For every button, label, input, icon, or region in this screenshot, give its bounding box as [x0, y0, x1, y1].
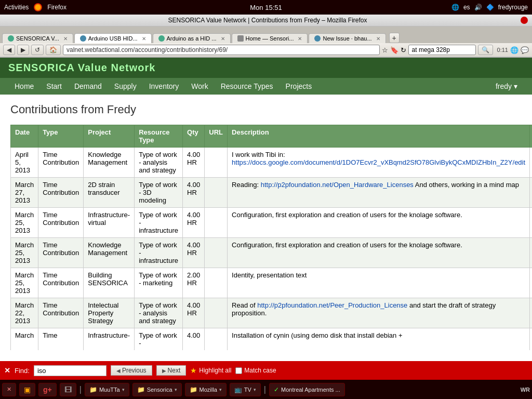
nav-item-work[interactable]: Work: [185, 78, 214, 95]
page-title: Contributions from Fredy: [10, 103, 522, 116]
tab-label-issue: New Issue · bhau...: [323, 35, 371, 42]
reload-button[interactable]: ↺: [31, 45, 44, 55]
main-content: Contributions from Fredy Date Type Proje…: [0, 95, 532, 350]
tab-arduino-hid[interactable]: Arduino USB HID... ✕: [74, 33, 152, 43]
table-row: March 27, 2013Time Contribution2D strain…: [11, 178, 533, 208]
back-button[interactable]: ◀: [3, 45, 15, 55]
addon-icon-2: 💬: [521, 46, 529, 54]
highlight-label: Highlight all: [199, 367, 231, 374]
nav-item-start[interactable]: Start: [40, 78, 68, 95]
taskbar-mozilla[interactable]: 📁 Mozilla ▾: [185, 383, 227, 396]
tab-close-issue[interactable]: ✕: [376, 36, 380, 42]
tab-label-arduino-hid: Arduino as a HID ...: [167, 35, 217, 42]
tab-favicon-arduino: [80, 35, 86, 42]
find-label: Find:: [15, 367, 30, 375]
refresh-icon: ↻: [401, 46, 406, 54]
taskbar-montreal-label: Montreal Apartments ...: [281, 387, 340, 393]
tab-favicon-issue: [314, 35, 321, 42]
tab-close-arduino-hid[interactable]: ✕: [221, 36, 225, 42]
taskbar: ✕ ▣ g+ 🎞 | 📁 MuuTTa ▾ 📁 Sensorica ▾ 📁 Mo…: [0, 380, 532, 399]
tab-favicon-home: [237, 35, 244, 42]
nav-item-demand[interactable]: Demand: [68, 78, 108, 95]
close-window-button[interactable]: [521, 17, 528, 24]
col-header-type: Type: [38, 125, 84, 148]
find-next-label: Next: [168, 367, 181, 374]
taskbar-tv[interactable]: 📺 TV ▾: [230, 383, 261, 396]
description-link[interactable]: http://p2pfoundation.net/Peer_Production…: [257, 301, 407, 309]
tab-label-sensorica: SENSORICA V...: [16, 35, 59, 42]
nav-item-inventory[interactable]: Inventory: [143, 78, 185, 95]
match-case-text: Match case: [244, 367, 276, 374]
description-link[interactable]: https://docs.google.com/document/d/1DO7E…: [232, 158, 525, 166]
os-bar-left: Activities Firefox: [4, 3, 66, 11]
highlight-all-button[interactable]: ★ Highlight all: [190, 366, 231, 375]
tab-bar: SENSORICA V... ✕ Arduino USB HID... ✕ Ar…: [0, 26, 532, 43]
url-bar[interactable]: [63, 45, 380, 55]
find-previous-label: Previous: [122, 367, 147, 374]
volume-icon: 🔊: [474, 4, 482, 11]
new-tab-button[interactable]: +: [389, 33, 400, 43]
tab-close-home[interactable]: ✕: [298, 36, 302, 42]
montreal-icon: ✓: [274, 386, 279, 393]
col-header-resource-type: Resource Type: [135, 125, 183, 148]
taskbar-sensorica[interactable]: 📁 Sensorica ▾: [132, 383, 182, 396]
match-case-label[interactable]: Match case: [235, 367, 276, 374]
taskbar-muutta[interactable]: 📁 MuuTTa ▾: [85, 383, 129, 396]
taskbar-tv-arrow: ▾: [254, 387, 256, 392]
contributions-table: Date Type Project Resource Type Qty URL …: [10, 125, 532, 350]
taskbar-sensorica-arrow: ▾: [175, 387, 177, 392]
browser-search-button[interactable]: 🔍: [478, 45, 493, 55]
find-previous-button[interactable]: ◀ Previous: [111, 365, 152, 376]
arrow-left-icon: ◀: [116, 368, 121, 374]
rss-icon: ▣: [24, 385, 31, 394]
taskbar-bookmark-icon-1: 📁: [89, 386, 97, 393]
tab-sensorica[interactable]: SENSORICA V... ✕: [2, 33, 73, 43]
col-header-process: Process: [530, 125, 532, 148]
tab-close-sensorica[interactable]: ✕: [63, 36, 68, 42]
nav-item-supply[interactable]: Supply: [108, 78, 143, 95]
col-header-qty: Qty: [183, 125, 205, 148]
tv-icon: 📺: [234, 386, 242, 393]
taskbar-rss[interactable]: ▣: [19, 383, 35, 396]
os-bar: Activities Firefox Mon 15:51 🌐 es 🔊 🔷 fr…: [0, 0, 532, 15]
nav-item-projects[interactable]: Projects: [280, 78, 318, 95]
tab-arduino-as-hid[interactable]: Arduino as a HID ... ✕: [153, 33, 231, 43]
activities-label[interactable]: Activities: [4, 4, 29, 11]
taskbar-gplus[interactable]: g+: [38, 383, 57, 396]
forward-button[interactable]: ▶: [17, 45, 29, 55]
find-close-button[interactable]: ✕: [4, 366, 10, 375]
browser-search-input[interactable]: [408, 45, 476, 55]
home-button[interactable]: 🏠: [46, 45, 61, 55]
taskbar-bookmark-icon-2: 📁: [137, 386, 145, 393]
taskbar-close-icon: ✕: [7, 386, 11, 393]
nav-user-dropdown[interactable]: fredy ▾: [489, 78, 524, 95]
firefox-label[interactable]: Firefox: [47, 4, 66, 11]
highlight-icon: ★: [190, 366, 197, 375]
nav-item-home[interactable]: Home: [8, 78, 40, 95]
tab-home-sensori[interactable]: Home — Sensori... ✕: [232, 33, 308, 43]
find-next-button[interactable]: ▶ Next: [156, 365, 187, 376]
tab-new-issue[interactable]: New Issue · bhau... ✕: [309, 33, 385, 43]
tab-close-arduino[interactable]: ✕: [142, 36, 146, 42]
find-input[interactable]: [34, 365, 107, 376]
taskbar-mozilla-arrow: ▾: [219, 387, 222, 392]
tab-label-arduino: Arduino USB HID...: [88, 35, 138, 42]
description-link[interactable]: http://p2pfoundation.net/Open_Hardware_L…: [261, 181, 414, 189]
tab-favicon-sensorica: [8, 35, 14, 42]
os-time: Mon 15:51: [250, 4, 282, 11]
tab-favicon-arduino-hid: [158, 35, 165, 42]
taskbar-close[interactable]: ✕: [2, 383, 16, 396]
nav-bar: ◀ ▶ ↺ 🏠 ☆ 🔖 ↻ 🔍 0:11 🌐 💬: [0, 43, 532, 57]
nav-item-resource-types[interactable]: Resource Types: [215, 78, 280, 95]
taskbar-sensorica-label: Sensorica: [147, 387, 172, 393]
film-icon: 🎞: [64, 385, 72, 394]
table-row: March 25, 2013Time ContributionInfrastru…: [11, 208, 533, 238]
taskbar-film[interactable]: 🎞: [60, 383, 76, 396]
match-case-checkbox[interactable]: [235, 367, 242, 374]
page-load-time: 0:11: [497, 47, 508, 53]
taskbar-montreal[interactable]: ✓ Montreal Apartments ...: [269, 383, 345, 396]
addon-icon-1: 🌐: [510, 46, 518, 54]
wr-badge: WR: [521, 387, 530, 393]
taskbar-bookmark-icon-3: 📁: [190, 386, 197, 393]
taskbar-separator-2: |: [264, 385, 266, 394]
